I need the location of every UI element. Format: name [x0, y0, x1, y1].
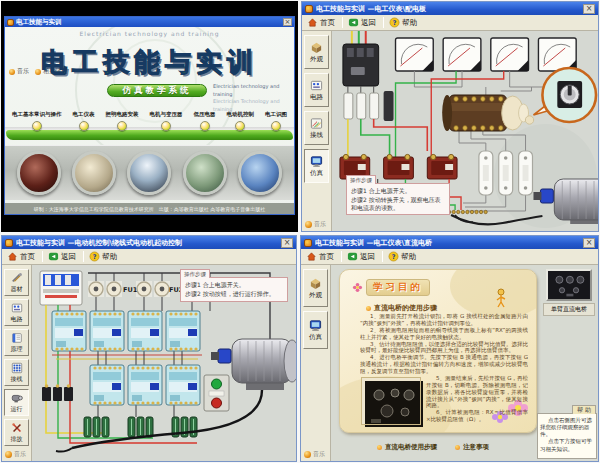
toolbar-separator [83, 251, 84, 262]
sidebar-wiring[interactable]: 接线 [304, 111, 329, 145]
menu-item-basics[interactable]: 电工基本常识与操作 [12, 111, 62, 131]
titlebar: 电工技能与实训 —电动机控制\绕线式电动机起动控制 × [2, 236, 296, 249]
photo-tool-thumb[interactable] [127, 151, 171, 195]
step-2: 步骤2 按动转换开关，观察电压表和电流表的读数。 [351, 196, 445, 212]
close-icon[interactable]: × [583, 4, 595, 14]
mode-sidebar: 器材 电路 原理 接线 运行 排故 [2, 265, 32, 461]
photo-meter-thumb[interactable] [72, 151, 116, 195]
sidebar-simulation[interactable]: 仿真 [303, 311, 328, 349]
bridge-thumb-image [546, 269, 592, 301]
terminal-block [42, 384, 73, 401]
photo-components-thumb[interactable] [238, 151, 282, 195]
music-ball-icon [5, 451, 12, 458]
music-link[interactable]: 音乐 [305, 220, 326, 229]
sidebar-circuit[interactable]: 电路 [304, 73, 329, 107]
meter-sim-window: 电工技能与实训 —电工仪表\配电板 × 首页 返回 ?帮助 外观 电路 接线 仿… [301, 1, 599, 232]
sidebar-circuit[interactable]: 电路 [4, 299, 29, 326]
terminals-grid-icon [11, 362, 23, 374]
green-swoosh-bar [6, 130, 293, 140]
sidebar-equipment[interactable]: 器材 [4, 269, 29, 296]
music-ball-icon [304, 451, 311, 458]
home-button[interactable]: 首页 [305, 16, 339, 29]
thumbnail-label: 单臂直流电桥 [543, 303, 595, 316]
operation-steps-tab: 操作步骤 [346, 175, 376, 184]
operation-steps-box: 操作步骤 步骤1 合上电源开关。 步骤2 按动按钮，进行运行操作。 [180, 277, 288, 302]
wiring-icon [310, 117, 323, 130]
sidebar-appearance[interactable]: 外观 [304, 35, 329, 69]
menu-item-instruments[interactable]: 电工仪表 [73, 111, 95, 131]
help-icon: ? [89, 251, 100, 262]
power-switch[interactable] [343, 44, 379, 86]
screenshot-collage: 电工技能与实训 × Electrician technology and tra… [0, 0, 600, 463]
sidebar-run[interactable]: 运行 [4, 389, 29, 416]
step-1: 步骤1 合上电源开关。 [351, 187, 445, 195]
credits: 研制：大连海事大学信息工程学院信息教育技术研究所 出版：高等教育出版社 高等教育… [5, 203, 294, 214]
mode-sidebar: 外观 仿真 [301, 265, 331, 461]
window-title: 电工技能与实训 —电工仪表\配电板 [316, 4, 580, 14]
home-button[interactable]: 首页 [304, 250, 338, 263]
window-title: 电工技能与实训 —电工仪表\直流电桥 [315, 238, 580, 248]
back-button[interactable]: 返回 [46, 250, 80, 263]
menu-item-diagrams[interactable]: 电工识图 [265, 111, 287, 131]
mode-sidebar: 外观 电路 接线 仿真 [302, 31, 332, 231]
photo-motor-thumb[interactable] [183, 151, 227, 195]
circuit-icon [11, 302, 23, 314]
notes-link[interactable]: 注意事项 [455, 443, 489, 452]
menu-item-lowvoltage[interactable]: 低压电器 [194, 111, 216, 131]
menu-orb-icon [235, 121, 245, 131]
close-icon[interactable]: × [583, 238, 595, 248]
toolbar-separator [383, 17, 384, 28]
sidebar-troubleshoot[interactable]: 排故 [4, 419, 29, 446]
instruction-text: 1、测量前先打开检流计锁扣，即将 G 接线柱处的金属短路片由“内接”拨到“外接”… [360, 313, 528, 429]
splash-content: Electrician technology and training 音乐 相… [5, 27, 294, 214]
back-button[interactable]: 返回 [345, 250, 379, 263]
svg-text:?: ? [392, 253, 396, 261]
photo-wires-thumb[interactable] [17, 151, 61, 195]
tools-icon [11, 272, 23, 284]
help-button[interactable]: ?帮助 [387, 16, 421, 29]
help-button[interactable]: ?帮助 [386, 250, 420, 263]
learning-card: 学习目的 直流电桥的使用步骤 1、测量前先打开检流计锁扣，即将 G 接线柱处的金… [339, 269, 537, 433]
back-icon [347, 251, 358, 262]
sidebar-wiring[interactable]: 接线 [4, 359, 29, 386]
monitor-icon [310, 155, 323, 168]
back-button[interactable]: 返回 [346, 16, 380, 29]
sidebar-simulation[interactable]: 仿真 [304, 149, 329, 183]
start-stop-buttons[interactable] [204, 375, 229, 411]
menu-orb-icon [32, 121, 42, 131]
menu-orb-icon [117, 121, 127, 131]
changeover-switch[interactable] [442, 95, 534, 131]
close-icon[interactable]: × [281, 238, 293, 248]
help-tab: 帮 助 [572, 405, 596, 414]
music-link[interactable]: 音乐 [304, 450, 325, 459]
menu-item-lighting[interactable]: 照明电路安装 [106, 111, 139, 131]
panel-motor-simulation: 电工技能与实训 —电动机控制\绕线式电动机起动控制 × 首页 返回 ?帮助 器材… [1, 235, 297, 462]
help-icon: ? [389, 17, 400, 28]
component-thumbnail[interactable]: 单臂直流电桥 [543, 269, 595, 316]
cube-icon [309, 277, 322, 290]
menu-item-motor-control[interactable]: 电动机控制 [227, 111, 255, 131]
toolbar-separator [42, 251, 43, 262]
sidebar-appearance[interactable]: 外观 [303, 269, 328, 307]
splash-window: 电工技能与实训 × Electrician technology and tra… [4, 16, 295, 215]
projector-icon [11, 392, 23, 404]
close-icon[interactable]: × [283, 18, 292, 26]
home-button[interactable]: 首页 [5, 250, 39, 263]
music-ball-icon [305, 221, 312, 228]
learning-main: 学习目的 直流电桥的使用步骤 1、测量前先打开检流计锁扣，即将 G 接线柱处的金… [331, 265, 598, 461]
music-link[interactable]: 音乐 [5, 450, 26, 459]
wiring-diagram: 操作步骤 步骤1 合上电源开关。 步骤2 按动转换开关，观察电压表和电流表的读数… [332, 31, 598, 231]
photo-band [5, 145, 294, 200]
circuit-breaker[interactable] [40, 271, 82, 305]
toolbar-separator [382, 251, 383, 262]
fuses [344, 93, 379, 119]
sidebar-principle[interactable]: 原理 [4, 329, 29, 356]
usage-steps-link[interactable]: 直流电桥使用步骤 [377, 443, 437, 452]
bullet-icon [377, 445, 382, 450]
help-button[interactable]: ?帮助 [87, 250, 121, 263]
menu-orb-icon [200, 121, 210, 131]
menu-item-motors-transformers[interactable]: 电机与变压器 [150, 111, 183, 131]
menu-orb-icon [271, 121, 281, 131]
bridge-photo [362, 378, 420, 424]
pliers-icon [11, 422, 23, 434]
